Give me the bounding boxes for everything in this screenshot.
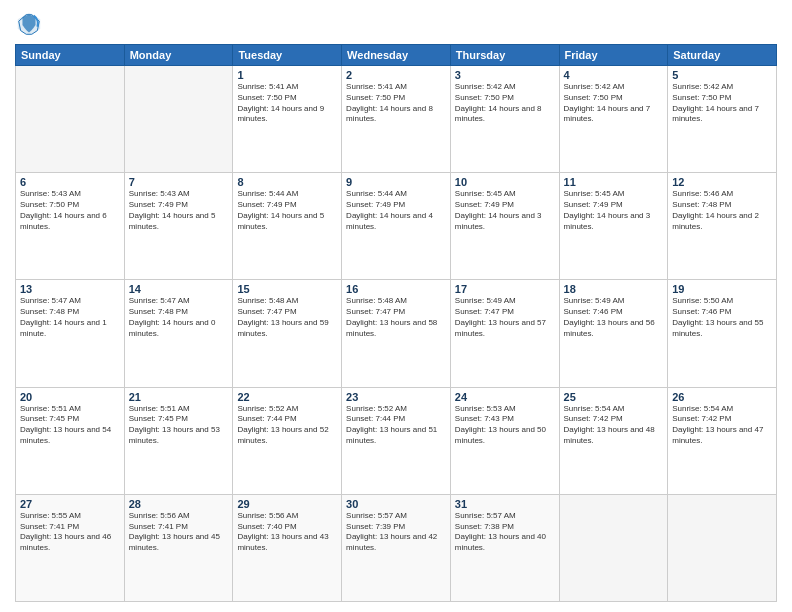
calendar-cell: 19Sunrise: 5:50 AM Sunset: 7:46 PM Dayli… xyxy=(668,280,777,387)
day-number: 20 xyxy=(20,391,120,403)
day-info: Sunrise: 5:45 AM Sunset: 7:49 PM Dayligh… xyxy=(564,189,664,232)
day-info: Sunrise: 5:46 AM Sunset: 7:48 PM Dayligh… xyxy=(672,189,772,232)
day-number: 16 xyxy=(346,283,446,295)
calendar-header-saturday: Saturday xyxy=(668,45,777,66)
day-info: Sunrise: 5:57 AM Sunset: 7:39 PM Dayligh… xyxy=(346,511,446,554)
calendar-header-thursday: Thursday xyxy=(450,45,559,66)
calendar-cell: 26Sunrise: 5:54 AM Sunset: 7:42 PM Dayli… xyxy=(668,387,777,494)
calendar-week-4: 20Sunrise: 5:51 AM Sunset: 7:45 PM Dayli… xyxy=(16,387,777,494)
day-info: Sunrise: 5:48 AM Sunset: 7:47 PM Dayligh… xyxy=(346,296,446,339)
day-info: Sunrise: 5:57 AM Sunset: 7:38 PM Dayligh… xyxy=(455,511,555,554)
calendar-cell: 25Sunrise: 5:54 AM Sunset: 7:42 PM Dayli… xyxy=(559,387,668,494)
day-info: Sunrise: 5:52 AM Sunset: 7:44 PM Dayligh… xyxy=(237,404,337,447)
calendar-header-monday: Monday xyxy=(124,45,233,66)
calendar-cell: 10Sunrise: 5:45 AM Sunset: 7:49 PM Dayli… xyxy=(450,173,559,280)
day-info: Sunrise: 5:42 AM Sunset: 7:50 PM Dayligh… xyxy=(564,82,664,125)
calendar-cell: 31Sunrise: 5:57 AM Sunset: 7:38 PM Dayli… xyxy=(450,494,559,601)
calendar-cell: 11Sunrise: 5:45 AM Sunset: 7:49 PM Dayli… xyxy=(559,173,668,280)
calendar-cell: 4Sunrise: 5:42 AM Sunset: 7:50 PM Daylig… xyxy=(559,66,668,173)
calendar-header-row: SundayMondayTuesdayWednesdayThursdayFrid… xyxy=(16,45,777,66)
calendar-cell: 6Sunrise: 5:43 AM Sunset: 7:50 PM Daylig… xyxy=(16,173,125,280)
calendar-cell: 29Sunrise: 5:56 AM Sunset: 7:40 PM Dayli… xyxy=(233,494,342,601)
day-number: 1 xyxy=(237,69,337,81)
day-number: 31 xyxy=(455,498,555,510)
calendar-cell: 20Sunrise: 5:51 AM Sunset: 7:45 PM Dayli… xyxy=(16,387,125,494)
day-number: 25 xyxy=(564,391,664,403)
day-info: Sunrise: 5:48 AM Sunset: 7:47 PM Dayligh… xyxy=(237,296,337,339)
day-info: Sunrise: 5:53 AM Sunset: 7:43 PM Dayligh… xyxy=(455,404,555,447)
day-number: 21 xyxy=(129,391,229,403)
day-info: Sunrise: 5:42 AM Sunset: 7:50 PM Dayligh… xyxy=(672,82,772,125)
day-info: Sunrise: 5:52 AM Sunset: 7:44 PM Dayligh… xyxy=(346,404,446,447)
day-number: 8 xyxy=(237,176,337,188)
day-number: 4 xyxy=(564,69,664,81)
calendar-cell: 14Sunrise: 5:47 AM Sunset: 7:48 PM Dayli… xyxy=(124,280,233,387)
day-number: 18 xyxy=(564,283,664,295)
day-number: 6 xyxy=(20,176,120,188)
day-info: Sunrise: 5:50 AM Sunset: 7:46 PM Dayligh… xyxy=(672,296,772,339)
day-number: 7 xyxy=(129,176,229,188)
page: SundayMondayTuesdayWednesdayThursdayFrid… xyxy=(0,0,792,612)
day-info: Sunrise: 5:47 AM Sunset: 7:48 PM Dayligh… xyxy=(20,296,120,339)
calendar-cell: 23Sunrise: 5:52 AM Sunset: 7:44 PM Dayli… xyxy=(342,387,451,494)
day-number: 29 xyxy=(237,498,337,510)
calendar-cell: 16Sunrise: 5:48 AM Sunset: 7:47 PM Dayli… xyxy=(342,280,451,387)
day-info: Sunrise: 5:41 AM Sunset: 7:50 PM Dayligh… xyxy=(346,82,446,125)
day-number: 12 xyxy=(672,176,772,188)
day-info: Sunrise: 5:45 AM Sunset: 7:49 PM Dayligh… xyxy=(455,189,555,232)
calendar-cell: 22Sunrise: 5:52 AM Sunset: 7:44 PM Dayli… xyxy=(233,387,342,494)
day-info: Sunrise: 5:51 AM Sunset: 7:45 PM Dayligh… xyxy=(20,404,120,447)
day-info: Sunrise: 5:51 AM Sunset: 7:45 PM Dayligh… xyxy=(129,404,229,447)
calendar-cell xyxy=(124,66,233,173)
calendar-cell: 28Sunrise: 5:56 AM Sunset: 7:41 PM Dayli… xyxy=(124,494,233,601)
calendar-cell xyxy=(668,494,777,601)
calendar-table: SundayMondayTuesdayWednesdayThursdayFrid… xyxy=(15,44,777,602)
day-info: Sunrise: 5:42 AM Sunset: 7:50 PM Dayligh… xyxy=(455,82,555,125)
day-info: Sunrise: 5:44 AM Sunset: 7:49 PM Dayligh… xyxy=(346,189,446,232)
day-info: Sunrise: 5:54 AM Sunset: 7:42 PM Dayligh… xyxy=(672,404,772,447)
day-number: 24 xyxy=(455,391,555,403)
calendar-cell: 30Sunrise: 5:57 AM Sunset: 7:39 PM Dayli… xyxy=(342,494,451,601)
day-number: 2 xyxy=(346,69,446,81)
calendar-cell xyxy=(16,66,125,173)
calendar-cell: 15Sunrise: 5:48 AM Sunset: 7:47 PM Dayli… xyxy=(233,280,342,387)
day-number: 13 xyxy=(20,283,120,295)
calendar-cell: 7Sunrise: 5:43 AM Sunset: 7:49 PM Daylig… xyxy=(124,173,233,280)
day-number: 26 xyxy=(672,391,772,403)
day-number: 19 xyxy=(672,283,772,295)
calendar-cell: 1Sunrise: 5:41 AM Sunset: 7:50 PM Daylig… xyxy=(233,66,342,173)
day-number: 27 xyxy=(20,498,120,510)
day-info: Sunrise: 5:43 AM Sunset: 7:50 PM Dayligh… xyxy=(20,189,120,232)
calendar-cell: 3Sunrise: 5:42 AM Sunset: 7:50 PM Daylig… xyxy=(450,66,559,173)
calendar-cell: 8Sunrise: 5:44 AM Sunset: 7:49 PM Daylig… xyxy=(233,173,342,280)
day-number: 28 xyxy=(129,498,229,510)
logo xyxy=(15,10,47,38)
calendar-header-friday: Friday xyxy=(559,45,668,66)
calendar-header-wednesday: Wednesday xyxy=(342,45,451,66)
calendar-week-2: 6Sunrise: 5:43 AM Sunset: 7:50 PM Daylig… xyxy=(16,173,777,280)
calendar-week-3: 13Sunrise: 5:47 AM Sunset: 7:48 PM Dayli… xyxy=(16,280,777,387)
calendar-header-sunday: Sunday xyxy=(16,45,125,66)
day-info: Sunrise: 5:44 AM Sunset: 7:49 PM Dayligh… xyxy=(237,189,337,232)
day-info: Sunrise: 5:49 AM Sunset: 7:46 PM Dayligh… xyxy=(564,296,664,339)
day-number: 3 xyxy=(455,69,555,81)
calendar-cell: 27Sunrise: 5:55 AM Sunset: 7:41 PM Dayli… xyxy=(16,494,125,601)
calendar-cell: 2Sunrise: 5:41 AM Sunset: 7:50 PM Daylig… xyxy=(342,66,451,173)
logo-icon xyxy=(15,10,43,38)
day-info: Sunrise: 5:43 AM Sunset: 7:49 PM Dayligh… xyxy=(129,189,229,232)
calendar-week-1: 1Sunrise: 5:41 AM Sunset: 7:50 PM Daylig… xyxy=(16,66,777,173)
calendar-cell: 12Sunrise: 5:46 AM Sunset: 7:48 PM Dayli… xyxy=(668,173,777,280)
day-number: 11 xyxy=(564,176,664,188)
day-info: Sunrise: 5:56 AM Sunset: 7:40 PM Dayligh… xyxy=(237,511,337,554)
day-number: 15 xyxy=(237,283,337,295)
day-info: Sunrise: 5:56 AM Sunset: 7:41 PM Dayligh… xyxy=(129,511,229,554)
calendar-cell: 5Sunrise: 5:42 AM Sunset: 7:50 PM Daylig… xyxy=(668,66,777,173)
day-info: Sunrise: 5:41 AM Sunset: 7:50 PM Dayligh… xyxy=(237,82,337,125)
day-number: 23 xyxy=(346,391,446,403)
calendar-cell: 21Sunrise: 5:51 AM Sunset: 7:45 PM Dayli… xyxy=(124,387,233,494)
day-info: Sunrise: 5:49 AM Sunset: 7:47 PM Dayligh… xyxy=(455,296,555,339)
header xyxy=(15,10,777,38)
calendar-cell: 13Sunrise: 5:47 AM Sunset: 7:48 PM Dayli… xyxy=(16,280,125,387)
day-number: 5 xyxy=(672,69,772,81)
calendar-cell xyxy=(559,494,668,601)
